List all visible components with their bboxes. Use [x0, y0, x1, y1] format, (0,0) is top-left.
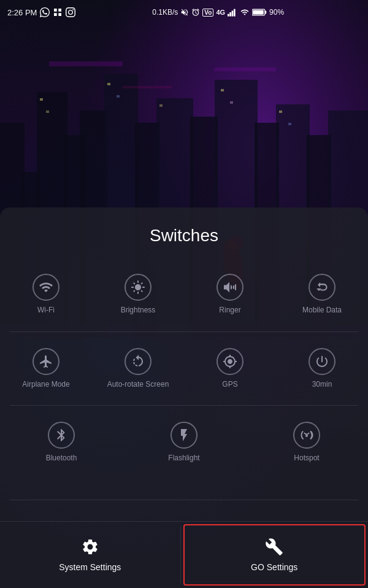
svg-rect-17 — [123, 86, 172, 88]
panel-title: Switches — [0, 207, 368, 258]
timer-switch[interactable]: 30min — [276, 338, 368, 400]
svg-rect-36 — [265, 11, 266, 14]
hotspot-label: Hotspot — [294, 454, 319, 463]
airplane-switch[interactable]: Airplane Mode — [0, 338, 92, 400]
svg-rect-22 — [117, 95, 120, 98]
battery-percent: 90% — [269, 8, 284, 17]
svg-rect-34 — [234, 9, 236, 17]
airplane-switch-icon — [33, 348, 59, 375]
svg-rect-26 — [279, 110, 282, 113]
system-settings-button[interactable]: System Settings — [0, 522, 180, 588]
bottom-buttons: System Settings GO Settings — [0, 521, 368, 588]
mobiledata-switch[interactable]: Mobile Data — [276, 264, 368, 325]
whatsapp-icon — [40, 7, 50, 17]
hotspot-switch[interactable]: Hotspot — [245, 412, 368, 473]
timer-switch-icon — [309, 348, 335, 375]
svg-rect-18 — [215, 68, 276, 71]
battery-icon — [252, 8, 267, 17]
status-center: 0.1KB/s Vo 4G 90% — [152, 8, 284, 17]
status-left: 2:26 PM — [7, 7, 75, 17]
timer-label: 30min — [312, 380, 332, 390]
system-settings-label: System Settings — [59, 562, 121, 572]
mute-icon — [180, 8, 189, 17]
bluetooth-switch[interactable]: Bluetooth — [0, 412, 123, 473]
gps-switch[interactable]: GPS — [184, 338, 276, 400]
alarm-icon — [191, 8, 200, 17]
go-settings-icon — [265, 538, 283, 556]
hotspot-switch-icon — [293, 422, 320, 449]
flashlight-switch-icon — [171, 422, 197, 449]
flashlight-label: Flashlight — [168, 454, 199, 463]
svg-rect-23 — [221, 89, 224, 91]
wifi-icon — [240, 8, 250, 17]
network-speed: 0.1KB/s — [152, 8, 178, 17]
svg-rect-37 — [253, 10, 264, 14]
row-divider-3 — [10, 500, 358, 500]
time-display: 2:26 PM — [7, 8, 37, 17]
svg-rect-27 — [288, 123, 291, 125]
switches-row-1: Wi-Fi Brightness Ringer Mobile Data — [0, 258, 368, 331]
airplane-label: Airplane Mode — [22, 380, 69, 390]
ringer-switch[interactable]: Ringer — [184, 264, 276, 325]
mobiledata-label: Mobile Data — [302, 306, 342, 315]
ringer-label: Ringer — [219, 306, 240, 315]
svg-rect-20 — [46, 110, 49, 113]
4g-indicator: 4G — [216, 9, 225, 16]
svg-rect-31 — [228, 14, 229, 17]
svg-rect-32 — [229, 12, 231, 17]
switches-row-2: Airplane Mode Auto-rotate Screen GPS 30m… — [0, 332, 368, 406]
bluetooth-switch-icon — [48, 422, 75, 449]
autorotate-switch[interactable]: Auto-rotate Screen — [92, 338, 184, 400]
brightness-label: Brightness — [121, 306, 156, 315]
mobiledata-switch-icon — [309, 274, 335, 301]
switches-panel: Switches Wi-Fi Brightness Ringer — [0, 207, 368, 588]
grid-icon — [53, 7, 63, 17]
svg-rect-24 — [230, 101, 233, 104]
flashlight-switch[interactable]: Flashlight — [123, 412, 245, 473]
autorotate-switch-icon — [125, 348, 151, 375]
status-bar: 2:26 PM 0.1KB/s Vo 4G 90% — [0, 0, 368, 25]
svg-rect-39 — [235, 284, 236, 290]
gps-label: GPS — [222, 380, 237, 390]
brightness-switch-icon — [125, 274, 151, 301]
signal-icon — [228, 8, 237, 17]
bottom-divider — [180, 527, 181, 583]
svg-rect-25 — [159, 104, 163, 107]
switches-row-3: Bluetooth Flashlight Hotspot — [0, 406, 368, 479]
svg-rect-16 — [49, 61, 123, 66]
ringer-switch-icon — [217, 274, 243, 301]
volte-indicator: Vo — [202, 9, 213, 17]
svg-rect-19 — [40, 98, 43, 101]
brightness-switch[interactable]: Brightness — [92, 264, 184, 325]
svg-rect-38 — [233, 285, 234, 289]
svg-rect-33 — [232, 10, 234, 16]
wifi-switch[interactable]: Wi-Fi — [0, 264, 92, 325]
system-settings-icon — [81, 538, 99, 556]
gps-switch-icon — [217, 348, 243, 375]
svg-rect-21 — [107, 83, 110, 85]
go-settings-button[interactable]: GO Settings — [183, 524, 366, 586]
wifi-label: Wi-Fi — [37, 306, 55, 315]
autorotate-label: Auto-rotate Screen — [107, 380, 169, 390]
go-settings-label: GO Settings — [251, 562, 297, 572]
instagram-icon — [66, 7, 75, 17]
wifi-switch-icon — [33, 274, 59, 301]
bluetooth-label: Bluetooth — [46, 454, 77, 463]
